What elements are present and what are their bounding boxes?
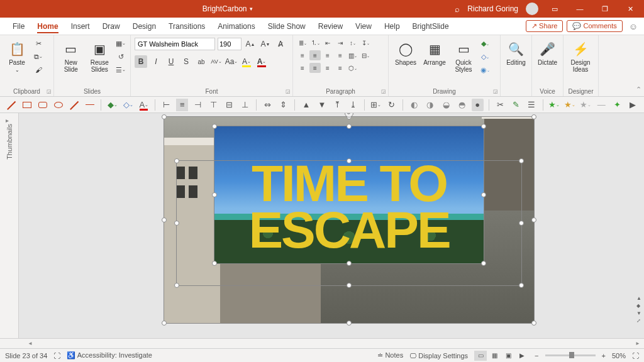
dist-v-icon[interactable]: ⇕ [277,99,289,111]
justify-icon[interactable]: ≡ [335,50,346,60]
line-spacing-icon[interactable]: ↕⌄ [347,38,358,48]
smartart-icon[interactable]: ⬡⌄ [347,63,358,73]
bring-forward-icon[interactable]: ▲ [300,99,312,111]
align-right2-icon[interactable]: ≡ [322,63,333,73]
anim2-icon[interactable]: ★⌄ [564,99,576,111]
tab-insert[interactable]: Insert [65,18,96,35]
slide-canvas[interactable]: TIME TOESCAPE [19,113,644,338]
eyedropper-icon[interactable]: ✎ [510,99,522,111]
selection-pane-icon[interactable]: ☰ [526,99,538,111]
shape-outline-icon[interactable]: ◇⌄ [479,51,491,62]
crop-icon[interactable]: ✂ [494,99,506,111]
italic-button[interactable]: I [150,55,162,68]
columns-icon[interactable]: ▥⌄ [347,50,358,60]
vertical-scroll[interactable]: ▲◆▼⤢ [636,295,641,326]
strike-button[interactable]: S [180,55,192,68]
align-bottom-qat-icon[interactable]: ⊥ [239,99,251,111]
zoom-out-icon[interactable]: − [535,352,538,359]
font-color-button[interactable]: A⌄ [255,55,268,68]
align-center-qat-icon[interactable]: ≡ [176,99,188,111]
drawing-launcher-icon[interactable]: ◲ [493,89,498,94]
copy-icon[interactable]: ⧉⌄ [33,51,44,62]
arrange-button[interactable]: ▦Arrange [421,38,448,66]
anim5-icon[interactable]: ✦ [611,99,623,111]
align-top-qat-icon[interactable]: ⊤ [208,99,219,111]
bring-front-icon[interactable]: ⤒ [331,99,343,111]
zoom-in-icon[interactable]: + [602,352,606,359]
font-launcher-icon[interactable]: ◲ [286,89,291,94]
align-text-icon[interactable]: ⊟⌄ [360,50,371,60]
selection-inset[interactable] [214,126,484,264]
notes-button[interactable]: ≐ Notes [377,351,403,359]
slide-counter[interactable]: Slide 23 of 34 [5,352,47,359]
underline-button[interactable]: U [165,55,177,68]
normal-view-icon[interactable]: ▭ [474,351,487,361]
layout-icon[interactable]: ▦⌄ [115,38,126,49]
minimize-icon[interactable]: — [571,0,589,18]
tab-design[interactable]: Design [126,18,162,35]
group-icon[interactable]: ⊞⌄ [370,99,382,111]
expand-thumbnails-icon[interactable]: ▸ [6,117,9,124]
ribbon-display-icon[interactable]: ▭ [546,0,564,18]
share-button[interactable]: ↗ Share [526,20,563,32]
thumbnail-pane[interactable]: ▸ Thumbnails [0,113,19,338]
distribute-icon[interactable]: ≡ [335,63,346,73]
comments-button[interactable]: 💬 Comments [567,20,622,32]
restore-icon[interactable]: ❐ [596,0,614,18]
change-case-icon[interactable]: Aa⌄ [225,55,238,68]
font-size-input[interactable] [218,38,242,50]
line-shape-button[interactable] [5,99,17,111]
bullets-icon[interactable]: ≣⌄ [297,38,308,48]
shapes-button[interactable]: ◯Shapes [392,38,419,66]
dropdown-icon[interactable]: ▾ [250,6,253,12]
paste-button[interactable]: 📋 Paste⌄ [4,38,30,73]
language-icon[interactable]: ⛶ [53,352,60,359]
horizontal-scrollbar[interactable] [0,338,644,348]
align-center-icon[interactable]: ≡ [309,50,321,60]
rotate-icon[interactable]: ↻ [386,99,397,111]
send-backward-icon[interactable]: ▼ [316,99,328,111]
rrect-shape-button[interactable] [36,99,48,111]
tab-help[interactable]: Help [378,18,406,35]
text-direction-icon[interactable]: ↧⌄ [360,38,371,48]
font-name-input[interactable] [135,38,215,50]
clear-format-icon[interactable]: A̷ [274,38,287,50]
oval-shape-button[interactable] [52,99,64,111]
slideshow-view-icon[interactable]: ▶ [516,351,528,361]
section-icon[interactable]: ☰⌄ [115,64,126,75]
tab-brightslide[interactable]: BrightSlide [406,18,455,35]
avatar[interactable] [526,3,538,15]
display-settings-button[interactable]: 🖵 Display Settings [409,352,468,359]
tab-file[interactable]: File [6,18,31,35]
zoom-slider[interactable] [545,354,596,356]
numbering-icon[interactable]: ⒈⌄ [309,38,321,48]
decrease-font-icon[interactable]: A▼ [259,38,272,50]
merge4-icon[interactable]: ◓ [456,99,468,111]
align-left-icon[interactable]: ≡ [297,50,308,60]
slide[interactable]: TIME TOESCAPE [164,116,535,324]
tab-review[interactable]: Review [312,18,349,35]
align-right-qat-icon[interactable]: ⊣ [192,99,204,111]
char-spacing-icon[interactable]: AV⌄ [210,55,223,68]
accessibility-button[interactable]: ♿ Accessibility: Investigate [67,351,152,359]
collapse-ribbon-icon[interactable]: ⌃ [636,85,641,94]
merge2-icon[interactable]: ◑ [424,99,436,111]
text-color-button[interactable]: A⌄ [138,99,150,111]
send-back-icon[interactable]: ⤓ [347,99,359,111]
align-center2-icon[interactable]: ≡ [309,63,321,73]
design-ideas-button[interactable]: ⚡Design Ideas [567,38,594,73]
anim4-icon[interactable]: — [596,99,608,111]
shape-fill-icon[interactable]: ◆⌄ [479,38,491,49]
fit-window-icon[interactable]: ⛶ [632,352,639,359]
tab-animations[interactable]: Animations [211,18,261,35]
quick-styles-button[interactable]: ▭Quick Styles [450,38,477,73]
search-icon[interactable]: ⌕ [455,4,460,14]
highlight-color-button[interactable]: A⌄ [240,55,253,68]
close-icon[interactable]: ✕ [621,0,639,18]
align-left2-icon[interactable]: ≡ [297,63,308,73]
align-right-icon[interactable]: ≡ [322,50,333,60]
anim3-icon[interactable]: ★⌄ [580,99,592,111]
bold-button[interactable]: B [135,55,147,68]
clipboard-launcher-icon[interactable]: ◲ [47,89,52,94]
anim-pane-icon[interactable]: ▶ [627,99,639,111]
